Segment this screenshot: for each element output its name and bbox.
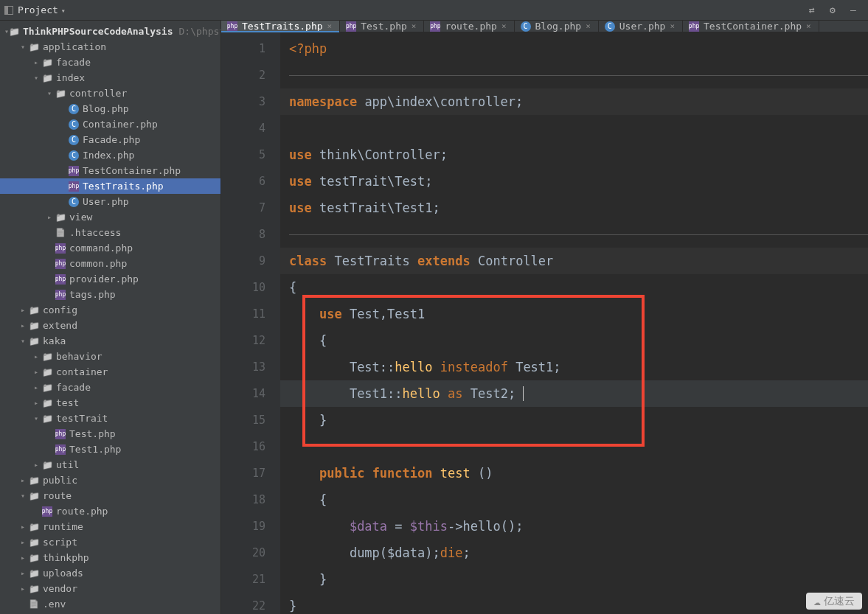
tree-item-label: thinkphp [43, 552, 89, 563]
tree-item[interactable]: thinkphp [0, 550, 221, 565]
chevron-right-icon[interactable] [18, 585, 28, 593]
tab-close-icon[interactable]: × [586, 21, 591, 31]
tab-close-icon[interactable]: × [412, 21, 417, 31]
tree-item[interactable]: config [0, 302, 221, 318]
editor-tabs: phpTestTraits.php×phpTest.php×phproute.p… [221, 21, 868, 32]
minimize-icon[interactable]: — [847, 4, 859, 16]
tree-item[interactable]: phproute.php [0, 503, 221, 519]
tree-item[interactable]: container [0, 364, 221, 380]
tree-item[interactable]: view [0, 209, 221, 225]
tab-User-php[interactable]: CUser.php× [599, 21, 683, 32]
tree-item-label: User.php [83, 196, 129, 207]
tab-TestTraits-php[interactable]: phpTestTraits.php× [221, 21, 340, 32]
chevron-right-icon[interactable] [18, 538, 28, 546]
chevron-right-icon[interactable] [18, 476, 28, 484]
tree-item[interactable]: facade [0, 380, 221, 395]
tree-item[interactable]: CBlog.php [0, 101, 221, 116]
line-number: 15 [221, 407, 265, 433]
line-number: 3 [221, 88, 265, 115]
chevron-right-icon[interactable] [18, 523, 28, 531]
settings-icon[interactable]: ⚙ [827, 4, 839, 16]
chevron-right-icon[interactable] [18, 554, 28, 562]
tree-item-label: route [43, 490, 72, 501]
tree-item[interactable]: CIndex.php [0, 147, 221, 163]
tree-item[interactable]: CFacade.php [0, 132, 221, 147]
tree-item[interactable]: route [0, 488, 221, 503]
line-number: 2 [221, 62, 265, 88]
project-tree[interactable]: ThinkPHPSourceCodeAnalysisD:\phpstudyapp… [0, 21, 221, 614]
chevron-down-icon[interactable] [31, 414, 41, 422]
chevron-down-icon[interactable] [31, 74, 41, 82]
tab-route-php[interactable]: phproute.php× [424, 21, 514, 32]
tree-item[interactable]: phpcommand.php [0, 240, 221, 256]
chevron-right-icon[interactable] [31, 399, 41, 407]
tree-item[interactable]: phpTest.php [0, 426, 221, 442]
tree-item-label: kaka [43, 335, 66, 346]
class-icon: C [68, 134, 80, 146]
chevron-right-icon[interactable] [31, 383, 41, 391]
tree-item[interactable]: application [0, 39, 221, 55]
tab-close-icon[interactable]: × [806, 21, 811, 31]
tree-item[interactable]: facade [0, 55, 221, 70]
tab-Blog-php[interactable]: CBlog.php× [515, 21, 599, 32]
project-dropdown[interactable]: Project [18, 4, 66, 15]
chevron-down-icon[interactable] [18, 337, 28, 345]
tab-label: TestContainer.php [704, 21, 802, 32]
chevron-down-icon[interactable] [18, 492, 28, 500]
chevron-right-icon[interactable] [44, 213, 55, 221]
tree-item[interactable]: uploads [0, 565, 221, 581]
chevron-right-icon[interactable] [18, 321, 28, 329]
line-number: 19 [221, 513, 265, 540]
tree-item[interactable]: util [0, 457, 221, 472]
tab-close-icon[interactable]: × [501, 21, 507, 31]
folder-icon [28, 552, 40, 564]
tree-item[interactable]: index [0, 70, 221, 86]
chevron-right-icon[interactable] [31, 58, 41, 66]
sliders-icon[interactable]: ⇄ [806, 4, 818, 16]
tab-label: Blog.php [535, 21, 582, 32]
tree-item[interactable]: .htaccess [0, 225, 221, 240]
folder-icon [41, 459, 53, 471]
code-editor[interactable]: <?php namespace app\index\controller; us… [280, 32, 868, 614]
chevron-right-icon[interactable] [18, 306, 28, 314]
tree-item[interactable]: behavior [0, 349, 221, 364]
tree-item[interactable]: phpTest1.php [0, 442, 221, 457]
tree-item[interactable]: controller [0, 86, 221, 101]
tree-item-label: .env [43, 599, 66, 610]
chevron-down-icon[interactable] [18, 43, 28, 51]
php-file-icon: php [68, 181, 80, 192]
tab-TestContainer-php[interactable]: phpTestContainer.php× [683, 21, 819, 32]
tree-item[interactable]: testTrait [0, 411, 221, 426]
chevron-right-icon[interactable] [31, 461, 41, 469]
chevron-right-icon[interactable] [31, 368, 41, 376]
tree-item[interactable]: phpTestTraits.php [0, 178, 221, 194]
tree-item[interactable]: CContainer.php [0, 116, 221, 132]
tree-item-label: public [43, 475, 77, 486]
chevron-right-icon[interactable] [31, 352, 41, 360]
line-number: 12 [221, 327, 265, 354]
tree-item[interactable]: vendor [0, 581, 221, 596]
php-file-icon: php [41, 506, 53, 517]
php-file-icon: php [55, 428, 66, 440]
tree-item[interactable]: .env [0, 596, 221, 612]
tab-close-icon[interactable]: × [327, 21, 333, 31]
tree-item-label: provider.php [69, 273, 139, 285]
folder-icon [9, 26, 20, 38]
tree-item[interactable]: extend [0, 318, 221, 333]
chevron-down-icon[interactable] [44, 89, 55, 97]
tree-item[interactable]: phpprovider.php [0, 271, 221, 287]
tree-item[interactable]: CUser.php [0, 194, 221, 209]
tree-item[interactable]: phpTestContainer.php [0, 163, 221, 178]
tab-Test-php[interactable]: phpTest.php× [340, 21, 424, 32]
chevron-right-icon[interactable] [18, 569, 28, 577]
tab-close-icon[interactable]: × [670, 21, 675, 31]
tree-item[interactable]: runtime [0, 519, 221, 534]
tree-item[interactable]: phpcommon.php [0, 256, 221, 271]
tree-item[interactable]: phptags.php [0, 287, 221, 302]
tree-item[interactable]: ThinkPHPSourceCodeAnalysisD:\phpstudy [0, 24, 221, 39]
tree-item[interactable]: public [0, 472, 221, 488]
tree-item[interactable]: test [0, 395, 221, 411]
tree-item[interactable]: script [0, 534, 221, 550]
line-number: 4 [221, 115, 265, 142]
tree-item[interactable]: kaka [0, 333, 221, 349]
